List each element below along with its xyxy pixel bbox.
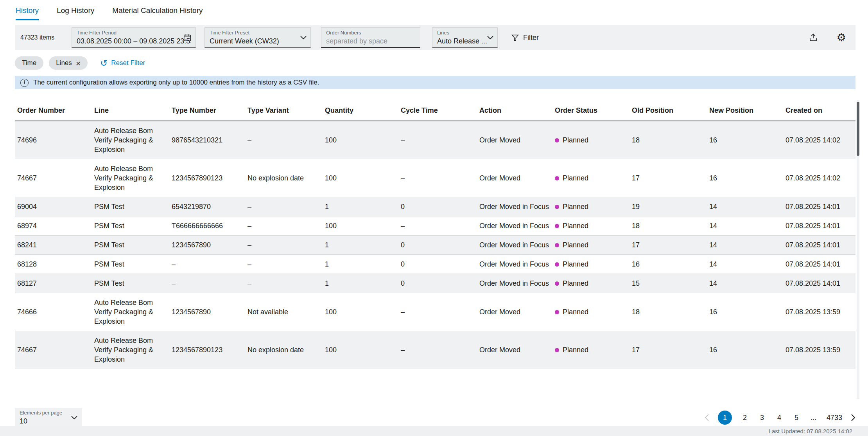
- order-numbers-label: Order Numbers: [326, 30, 415, 36]
- time-filter-preset-value: Current Week (CW32): [210, 36, 306, 46]
- table-row[interactable]: 74667Auto Release Bom Verify Packaging &…: [15, 159, 855, 197]
- table-row[interactable]: 74666Auto Release Bom Verify Packaging &…: [15, 293, 855, 331]
- cell-old-position: 18: [632, 221, 709, 231]
- table-row[interactable]: 68128PSM Test––10Order Moved in FocusPla…: [15, 255, 855, 274]
- info-banner: i The current configuration allows expor…: [15, 76, 855, 89]
- cell-order-number: 69004: [17, 202, 94, 211]
- reset-filter-button[interactable]: ↺ Reset Filter: [100, 59, 145, 68]
- cell-quantity: 1: [325, 279, 401, 288]
- filter-bar-actions: ⚙: [809, 32, 846, 43]
- chevron-right-icon[interactable]: [851, 414, 855, 422]
- cell-quantity: 100: [325, 173, 401, 183]
- lines-value: Auto Release ...: [437, 36, 493, 46]
- cell-type-number: –: [172, 259, 247, 269]
- cell-created-on: 07.08.2025 14:02: [786, 135, 855, 145]
- filter-bar: 47323 items Time Filter Period 03.08.202…: [15, 25, 855, 50]
- order-numbers-field[interactable]: Order Numbers: [321, 27, 420, 48]
- items-count: 47323 items: [20, 34, 57, 41]
- status-dot: [555, 176, 559, 180]
- page-2[interactable]: 2: [741, 414, 749, 422]
- table-row[interactable]: 74696Auto Release Bom Verify Packaging &…: [15, 121, 855, 159]
- page-5[interactable]: 5: [792, 414, 801, 422]
- cell-cycle-time: –: [401, 345, 479, 355]
- cell-created-on: 07.08.2025 14:01: [786, 279, 855, 288]
- export-icon[interactable]: [809, 33, 818, 42]
- cell-new-position: 14: [709, 240, 786, 250]
- order-numbers-input[interactable]: [326, 36, 415, 46]
- scrollbar-thumb[interactable]: [857, 102, 859, 156]
- cell-new-position: 14: [709, 279, 786, 288]
- cell-old-position: 18: [632, 307, 709, 317]
- reset-icon: ↺: [100, 59, 108, 68]
- filter-button[interactable]: Filter: [511, 34, 539, 42]
- column-header-cycle-time: Cycle Time: [401, 106, 479, 115]
- cell-type-variant: –: [247, 240, 325, 250]
- table-row[interactable]: 68127PSM Test––10Order Moved in FocusPla…: [15, 274, 855, 293]
- cell-order-number: 68974: [17, 221, 94, 231]
- tab-material-calculation-history[interactable]: Material Calculation History: [112, 6, 203, 20]
- table-body: 74696Auto Release Bom Verify Packaging &…: [15, 121, 855, 399]
- status-label: Planned: [563, 135, 588, 145]
- status-label: Planned: [563, 307, 588, 317]
- cell-order-number: 68241: [17, 240, 94, 250]
- gear-icon[interactable]: ⚙: [837, 32, 846, 43]
- cell-type-number: –: [172, 279, 247, 288]
- status-label: Planned: [563, 345, 588, 355]
- cell-quantity: 1: [325, 259, 401, 269]
- cell-cycle-time: 0: [401, 279, 479, 288]
- cell-order-status: Planned: [555, 202, 632, 211]
- cell-order-status: Planned: [555, 279, 632, 288]
- calendar-icon[interactable]: [183, 33, 192, 42]
- scrollbar-track[interactable]: [857, 100, 859, 399]
- status-dot: [555, 262, 559, 267]
- cell-cycle-time: –: [401, 135, 479, 145]
- cell-order-status: Planned: [555, 240, 632, 250]
- tab-history[interactable]: History: [16, 6, 39, 20]
- cell-line: Auto Release Bom Verify Packaging & Expl…: [94, 126, 172, 154]
- chevron-down-icon: [71, 416, 77, 420]
- status-dot: [555, 310, 559, 314]
- close-icon[interactable]: ×: [76, 59, 81, 67]
- chip-lines[interactable]: Lines ×: [49, 56, 88, 70]
- elements-per-page-select[interactable]: Elements per page 10: [15, 408, 82, 427]
- tab-log-history[interactable]: Log History: [57, 6, 94, 20]
- lines-select[interactable]: Lines Auto Release ...: [432, 27, 498, 48]
- time-filter-preset-select[interactable]: Time Filter Preset Current Week (CW32): [204, 27, 311, 48]
- info-banner-text: The current configuration allows exporti…: [33, 79, 319, 86]
- table-row[interactable]: 68974PSM TestT666666666666–100–Order Mov…: [15, 216, 855, 236]
- chip-time[interactable]: Time: [15, 56, 43, 70]
- cell-line: Auto Release Bom Verify Packaging & Expl…: [94, 298, 172, 326]
- table-row[interactable]: 69004PSM Test6543219870–10Order Moved in…: [15, 197, 855, 216]
- cell-type-number: 6543219870: [172, 202, 247, 211]
- page-4733[interactable]: 4733: [827, 414, 842, 422]
- cell-created-on: 07.08.2025 14:01: [786, 240, 855, 250]
- page-4[interactable]: 4: [775, 414, 784, 422]
- cell-type-number: 1234567890123: [172, 345, 247, 355]
- cell-new-position: 14: [709, 221, 786, 231]
- cell-order-number: 74666: [17, 307, 94, 317]
- chevron-left-icon[interactable]: [705, 414, 709, 422]
- cell-line: Auto Release Bom Verify Packaging & Expl…: [94, 336, 172, 364]
- lines-label: Lines: [437, 30, 493, 36]
- page-1[interactable]: 1: [718, 411, 732, 425]
- cell-new-position: 16: [709, 345, 786, 355]
- cell-created-on: 07.08.2025 13:59: [786, 345, 855, 355]
- cell-action: Order Moved in Focus: [479, 202, 555, 211]
- cell-quantity: 1: [325, 240, 401, 250]
- cell-type-number: T666666666666: [172, 221, 247, 231]
- column-header-action: Action: [479, 106, 555, 115]
- table-row[interactable]: 74667Auto Release Bom Verify Packaging &…: [15, 331, 855, 369]
- page-3[interactable]: 3: [758, 414, 766, 422]
- cell-action: Order Moved: [479, 135, 555, 145]
- cell-new-position: 14: [709, 259, 786, 269]
- column-header-created-on: Created on: [786, 106, 855, 115]
- elements-per-page-label: Elements per page: [20, 410, 77, 416]
- cell-type-variant: –: [247, 259, 325, 269]
- cell-order-status: Planned: [555, 173, 632, 183]
- status-label: Planned: [563, 279, 588, 288]
- status-dot: [555, 138, 559, 142]
- chevron-down-icon: [300, 36, 307, 40]
- cell-order-status: Planned: [555, 307, 632, 317]
- table-row[interactable]: 68241PSM Test1234567890–10Order Moved in…: [15, 236, 855, 255]
- time-filter-period-field[interactable]: Time Filter Period 03.08.2025 00:00 – 09…: [72, 27, 196, 48]
